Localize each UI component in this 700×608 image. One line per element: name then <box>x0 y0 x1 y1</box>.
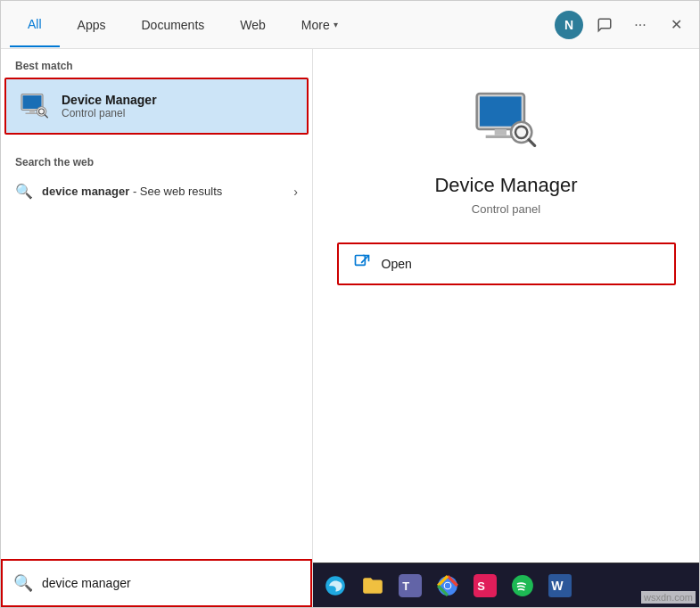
tab-apps-label: Apps <box>78 18 106 32</box>
detail-device-manager-icon <box>471 85 542 156</box>
taskbar-spotify[interactable] <box>506 569 539 603</box>
taskbar-word[interactable]: W <box>543 569 577 603</box>
taskbar-teams[interactable]: T <box>393 569 427 603</box>
svg-line-13 <box>529 140 535 146</box>
word-icon: W <box>548 574 572 597</box>
web-search-label: Search the web <box>1 145 312 174</box>
avatar-letter: N <box>564 18 573 32</box>
web-search-item[interactable]: 🔍 device manager - See web results › <box>1 174 312 209</box>
device-manager-title: Device Manager <box>62 93 157 107</box>
device-manager-icon-container <box>17 88 53 124</box>
search-bar: 🔍 <box>1 559 312 607</box>
best-match-label: Best match <box>1 49 312 78</box>
avatar[interactable]: N <box>555 11 583 39</box>
chevron-right-icon: › <box>293 185 298 199</box>
tab-all-label: All <box>28 17 42 31</box>
search-window: All Apps Documents Web More ▾ N <box>0 0 700 608</box>
teams-icon: T <box>399 574 422 597</box>
left-panel: Best match Device Manager <box>1 49 313 607</box>
best-match-item[interactable]: Device Manager Control panel <box>4 78 309 135</box>
tab-bar-left: All Apps Documents Web More ▾ <box>10 3 356 47</box>
open-icon <box>353 253 371 275</box>
device-manager-icon <box>19 90 51 122</box>
svg-rect-1 <box>23 95 42 109</box>
detail-icon-container <box>471 85 542 160</box>
open-button[interactable]: Open <box>337 242 676 285</box>
detail-subtitle: Control panel <box>472 202 540 216</box>
svg-text:W: W <box>551 579 564 593</box>
web-search-text: device manager - See web results <box>42 185 293 198</box>
folder-icon <box>361 574 384 597</box>
search-input[interactable] <box>42 576 300 590</box>
tab-all[interactable]: All <box>10 3 60 47</box>
edge-icon <box>324 574 347 597</box>
more-options-button[interactable]: ··· <box>626 11 655 39</box>
svg-line-6 <box>45 115 47 118</box>
device-manager-subtitle: Control panel <box>62 107 157 119</box>
web-search-suffix: - See web results <box>129 185 222 198</box>
watermark: wsxdn.com <box>641 591 696 604</box>
web-search-section: Search the web 🔍 device manager - See we… <box>1 138 312 216</box>
tab-documents-label: Documents <box>141 18 204 32</box>
right-panel: Device Manager Control panel Open <box>313 49 699 607</box>
tab-web[interactable]: Web <box>222 4 284 46</box>
web-search-query: device manager <box>42 185 129 198</box>
close-button[interactable]: ✕ <box>662 11 690 39</box>
left-panel-spacer <box>1 216 312 559</box>
chrome-icon <box>436 574 459 597</box>
tab-apps[interactable]: Apps <box>60 4 124 46</box>
tab-documents[interactable]: Documents <box>123 4 222 46</box>
spotify-icon <box>511 574 534 597</box>
svg-rect-2 <box>29 111 35 113</box>
open-label: Open <box>382 257 412 271</box>
more-options-icon: ··· <box>634 17 646 33</box>
svg-text:S: S <box>477 579 485 593</box>
tab-web-label: Web <box>240 18 266 32</box>
svg-rect-8 <box>480 96 522 126</box>
close-icon: ✕ <box>671 16 682 33</box>
device-manager-text: Device Manager Control panel <box>62 93 157 119</box>
tab-more[interactable]: More ▾ <box>284 4 356 46</box>
more-dropdown-arrow: ▾ <box>334 20 338 29</box>
taskbar-edge[interactable] <box>318 569 352 603</box>
tab-bar-right: N ··· ✕ <box>555 11 690 39</box>
tab-bar: All Apps Documents Web More ▾ N <box>1 1 699 49</box>
svg-text:T: T <box>402 579 409 593</box>
slack-icon: S <box>474 574 497 597</box>
detail-title: Device Manager <box>434 174 577 197</box>
search-icon-small: 🔍 <box>15 183 33 200</box>
svg-rect-9 <box>494 129 506 136</box>
main-content: Best match Device Manager <box>1 49 699 607</box>
taskbar-chrome[interactable] <box>431 569 465 603</box>
taskbar-folder[interactable] <box>356 569 390 603</box>
taskbar-slack[interactable]: S <box>468 569 502 603</box>
tab-more-label: More <box>301 18 330 32</box>
feedback-button[interactable] <box>590 11 619 39</box>
svg-point-20 <box>445 582 451 588</box>
search-bar-icon: 🔍 <box>13 573 33 593</box>
